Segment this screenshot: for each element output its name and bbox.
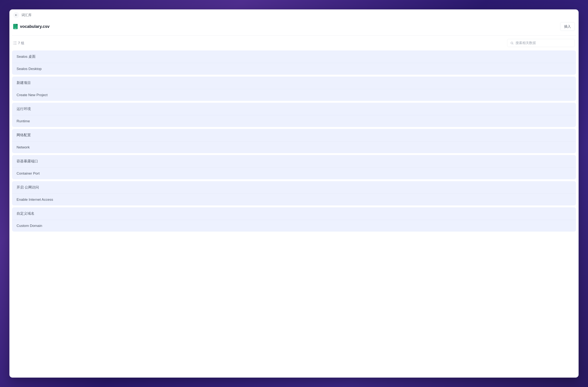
vocab-source: 开启 公网访问 — [12, 181, 576, 194]
svg-line-2 — [513, 44, 513, 44]
vocab-target: Network — [12, 142, 576, 153]
vocab-source: 自定义域名 — [12, 207, 576, 220]
svg-point-1 — [511, 42, 513, 44]
file-header: vocabulary.csv 插入 — [9, 21, 579, 35]
search-input[interactable] — [516, 41, 572, 45]
vocab-group[interactable]: 自定义域名Custom Domain — [12, 207, 576, 232]
top-bar: 词汇库 — [9, 9, 579, 21]
vocab-source: Sealos 桌面 — [12, 50, 576, 63]
vocab-group[interactable]: 开启 公网访问Enable Internet Access — [12, 181, 576, 205]
file-name: vocabulary.csv — [20, 24, 49, 29]
list-icon — [13, 41, 17, 45]
controls-bar: 7 组 — [9, 36, 579, 50]
vocab-group[interactable]: 运行环境Runtime — [12, 103, 576, 127]
vocab-group[interactable]: 新建项目Create New Project — [12, 77, 576, 101]
vocab-target: Create New Project — [12, 89, 576, 101]
vocab-target: Enable Internet Access — [12, 194, 576, 205]
main-window: 词汇库 vocabulary.csv 插入 7 组 Sealos 桌面Sealo — [9, 9, 579, 378]
vocab-group[interactable]: 容器暴露端口Container Port — [12, 155, 576, 179]
vocab-source: 运行环境 — [12, 103, 576, 115]
search-box[interactable] — [507, 39, 575, 47]
vocab-source: 容器暴露端口 — [12, 155, 576, 168]
search-icon — [510, 41, 514, 45]
vocab-group[interactable]: Sealos 桌面Sealos Desktop — [12, 50, 576, 75]
vocab-source: 新建项目 — [12, 77, 576, 89]
content-area: Sealos 桌面Sealos Desktop新建项目Create New Pr… — [9, 50, 579, 378]
group-count: 7 组 — [13, 41, 24, 45]
group-count-label: 7 组 — [18, 41, 24, 45]
back-button[interactable] — [13, 12, 19, 18]
breadcrumb: 词汇库 — [21, 13, 32, 17]
vocab-target: Custom Domain — [12, 220, 576, 232]
vocab-group[interactable]: 网络配置Network — [12, 129, 576, 153]
csv-file-icon — [13, 24, 18, 29]
insert-button[interactable]: 插入 — [560, 22, 575, 31]
file-title: vocabulary.csv — [13, 24, 49, 29]
vocab-target: Runtime — [12, 115, 576, 127]
arrow-left-icon — [15, 14, 18, 17]
vocab-target: Container Port — [12, 168, 576, 179]
vocab-source: 网络配置 — [12, 129, 576, 142]
vocab-target: Sealos Desktop — [12, 63, 576, 75]
